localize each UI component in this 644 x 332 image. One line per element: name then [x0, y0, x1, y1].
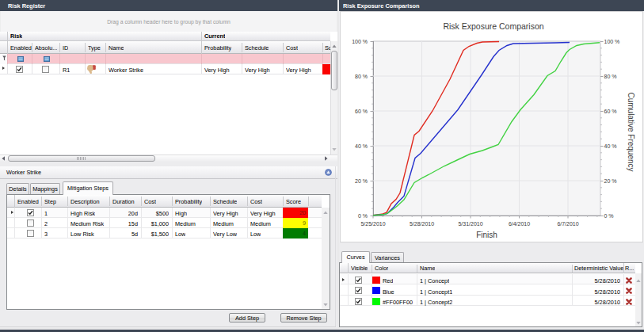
svg-text:0 %: 0 %: [358, 213, 368, 219]
svg-text:5/28/2010: 5/28/2010: [410, 221, 434, 227]
svg-text:80 %: 80 %: [355, 74, 368, 79]
svg-text:6/4/2010: 6/4/2010: [509, 221, 530, 227]
svg-text:100 %: 100 %: [352, 39, 368, 44]
svg-text:60 %: 60 %: [604, 109, 617, 114]
svg-text:5/25/2010: 5/25/2010: [360, 221, 385, 227]
svg-text:Finish: Finish: [476, 231, 497, 239]
svg-text:100 %: 100 %: [604, 39, 620, 44]
svg-text:80 %: 80 %: [604, 74, 617, 79]
svg-text:60 %: 60 %: [355, 109, 368, 114]
svg-text:6/7/2010: 6/7/2010: [557, 221, 578, 227]
svg-text:40 %: 40 %: [355, 143, 368, 149]
svg-text:Cumulative Frequency: Cumulative Frequency: [627, 92, 635, 171]
svg-text:0 %: 0 %: [604, 213, 614, 219]
svg-text:20 %: 20 %: [604, 178, 617, 184]
svg-text:20 %: 20 %: [355, 178, 368, 184]
svg-text:5/31/2010: 5/31/2010: [458, 221, 482, 227]
svg-text:Risk Exposure Comparison: Risk Exposure Comparison: [443, 21, 543, 31]
svg-text:40 %: 40 %: [604, 143, 617, 149]
